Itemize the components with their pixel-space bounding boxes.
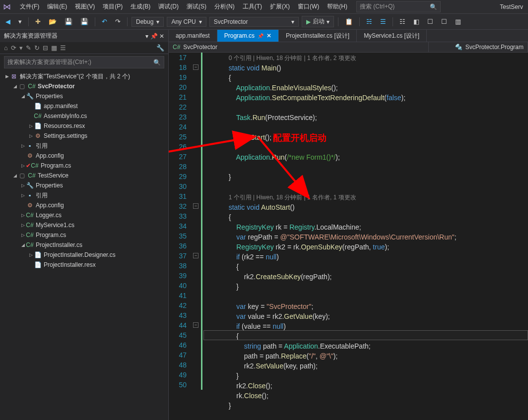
tb-btn-2[interactable]: ☰: [378, 16, 389, 27]
tree-item-settings[interactable]: ▷⚙Settings.settings: [0, 131, 168, 141]
search-icon: 🔍: [153, 59, 161, 66]
tab-MyService1.cs [设计][interactable]: MyService1.cs [设计]: [357, 30, 427, 42]
menu-item[interactable]: 分析(N): [210, 1, 239, 12]
code-lines[interactable]: 0 个引用 | Hiwen, 18 分钟前 | 1 名作者, 2 项更改 sta…: [203, 53, 528, 420]
refresh-icon[interactable]: ↻: [34, 44, 40, 52]
tree-item-appconfig-1[interactable]: ⚙App.config: [0, 151, 168, 161]
menu-item[interactable]: 调试(D): [154, 1, 183, 12]
tool-icon[interactable]: ▾: [19, 44, 23, 52]
properties-icon[interactable]: ☰: [60, 44, 66, 52]
tb-btn-5[interactable]: ☐: [425, 16, 436, 27]
menu-item[interactable]: 窗口(W): [294, 1, 323, 12]
tree-item-proj-svcprotector[interactable]: ◢▢C#SvcProtector: [0, 81, 168, 91]
tree-item-projinst-resx[interactable]: 📄ProjectInstaller.resx: [0, 260, 168, 270]
tb-btn-3[interactable]: ☷: [397, 16, 408, 27]
file-icon: 📄: [34, 102, 42, 111]
tb-btn-4[interactable]: ◧: [411, 16, 422, 27]
menu-item[interactable]: 文件(F): [16, 1, 43, 12]
tree-item-refs-2[interactable]: ▷▪引用: [0, 190, 168, 200]
panel-title: 解决方案资源管理器 ▾ 📌 ✕: [0, 30, 168, 42]
menu-item[interactable]: 扩展(X): [266, 1, 294, 12]
startup-project-combo[interactable]: SvcProtector▾: [209, 17, 299, 27]
tree-item-refs-1[interactable]: ▷▪引用: [0, 141, 168, 151]
code-editor[interactable]: 1718192021222324252627282930313233343536…: [169, 53, 528, 420]
tb-btn-7[interactable]: ▥: [453, 16, 463, 27]
tree-item-proj-testservice[interactable]: ◢▢C#TestService: [0, 171, 168, 180]
file-icon: C#: [26, 231, 34, 240]
menubar: ⋈ 文件(F)编辑(E)视图(V)项目(P)生成(B)调试(D)测试(S)分析(…: [0, 0, 528, 14]
tab-app.manifest[interactable]: app.manifest: [169, 30, 217, 42]
tree-item-logger[interactable]: ▷C#Logger.cs: [0, 210, 168, 220]
file-icon: C#: [28, 171, 36, 180]
tree-item-app-manifest[interactable]: 📄app.manifest: [0, 101, 168, 111]
pin-icon[interactable]: 📌: [150, 33, 158, 40]
panel-toolbar: ⌂ ⟳ ▾ ✎ ↻ ⊟ ▦ ☰ 🔧: [0, 42, 168, 54]
tree-item-resources[interactable]: ▷📄Resources.resx: [0, 121, 168, 131]
pin-icon[interactable]: 📌: [258, 33, 264, 39]
platform-combo[interactable]: Any CPU▾: [167, 17, 206, 27]
dropdown-icon[interactable]: ▾: [145, 33, 148, 40]
menu-item[interactable]: 视图(V): [71, 1, 99, 12]
tree-item-props-1[interactable]: ◢🔧Properties: [0, 91, 168, 101]
tree-item-solution[interactable]: ▶⊠解决方案"TestService"(2 个项目，共 2 个): [0, 71, 168, 81]
tree-item-program-1[interactable]: ▷✔ C#Program.cs: [0, 161, 168, 171]
undo-button[interactable]: ↶: [99, 16, 110, 27]
tree-item-projinst[interactable]: ◢C#ProjectInstaller.cs: [0, 240, 168, 250]
solution-search-input[interactable]: 搜索解决方案资源管理器(Ctrl+;) 🔍: [4, 56, 164, 68]
file-icon: 🔧: [26, 181, 34, 190]
back-button[interactable]: ◀: [3, 16, 13, 27]
tree-item-appconfig-2[interactable]: ⚙App.config: [0, 200, 168, 210]
file-icon: C#: [34, 112, 42, 120]
save-all-button[interactable]: 💾: [78, 16, 91, 27]
tb-btn-6[interactable]: ☐: [439, 16, 450, 27]
project-dropdown[interactable]: C#SvcProtector: [169, 42, 429, 52]
file-icon: C#: [26, 211, 34, 220]
close-icon[interactable]: ✕: [266, 32, 271, 39]
menu-item[interactable]: 测试(S): [183, 1, 210, 12]
toolbox-button[interactable]: 📋: [342, 16, 355, 27]
collapse-icon[interactable]: ⊟: [43, 44, 48, 52]
tree-item-myservice[interactable]: ▷C#MyService1.cs: [0, 220, 168, 230]
menu-item[interactable]: 工具(T): [239, 1, 266, 12]
fold-column[interactable]: −−−−: [193, 53, 200, 420]
wrench-icon[interactable]: 🔧: [156, 44, 164, 52]
chevron-down-icon: ▾: [291, 18, 294, 25]
menu-item[interactable]: 帮助(H): [323, 1, 351, 12]
quick-search-input[interactable]: 搜索 (Ctrl+Q) 🔍: [356, 1, 441, 12]
open-file-button[interactable]: 📂: [46, 16, 59, 27]
file-icon: 📄: [34, 260, 42, 269]
close-icon[interactable]: ✕: [159, 33, 164, 40]
play-icon: ▶: [306, 18, 311, 25]
editor-tabs: app.manifestProgram.cs📌✕ProjectInstaller…: [169, 30, 528, 42]
show-all-icon[interactable]: ▦: [51, 44, 57, 52]
file-icon: ⚙: [34, 131, 42, 140]
menu-item[interactable]: 生成(B): [127, 1, 154, 12]
navigation-bar: C#SvcProtector 🔩SvcProtector.Program: [169, 42, 528, 53]
tool-icon[interactable]: ✎: [26, 44, 31, 52]
tree-item-asm-info[interactable]: C#AssemblyInfo.cs: [0, 111, 168, 121]
save-button[interactable]: 💾: [62, 16, 75, 27]
tab-Program.cs[interactable]: Program.cs📌✕: [217, 30, 279, 42]
redo-button[interactable]: ↷: [113, 16, 123, 27]
file-icon: C#: [26, 221, 34, 230]
tree-item-props-2[interactable]: ▷🔧Properties: [0, 180, 168, 190]
main-toolbar: ◀ ▾ ✚ 📂 💾 💾 ↶ ↷ Debug▾ Any CPU▾ SvcProte…: [0, 14, 528, 30]
new-project-button[interactable]: ✚: [33, 16, 43, 27]
menu-item[interactable]: 编辑(E): [43, 1, 71, 12]
sync-icon[interactable]: ⟳: [11, 44, 16, 52]
tab-ProjectInstaller.cs [设计][interactable]: ProjectInstaller.cs [设计]: [279, 30, 357, 42]
configuration-combo[interactable]: Debug▾: [132, 17, 164, 27]
file-icon: ⚙: [26, 151, 34, 160]
tree-item-projinst-des[interactable]: ▷📄ProjectInstaller.Designer.cs: [0, 250, 168, 260]
editor-area: app.manifestProgram.cs📌✕ProjectInstaller…: [169, 30, 528, 420]
tree-item-program-2[interactable]: ▷C#Program.cs: [0, 230, 168, 240]
class-icon: 🔩: [455, 44, 462, 51]
tb-btn-1[interactable]: ☵: [364, 16, 375, 27]
menu-item[interactable]: 项目(P): [99, 1, 127, 12]
file-icon: 📄: [34, 250, 42, 259]
start-debug-button[interactable]: ▶启动▾: [302, 16, 334, 27]
home-icon[interactable]: ⌂: [4, 44, 8, 52]
file-icon: 📄: [34, 121, 42, 130]
forward-button[interactable]: ▾: [16, 16, 24, 27]
class-dropdown[interactable]: 🔩SvcProtector.Program: [429, 42, 528, 52]
